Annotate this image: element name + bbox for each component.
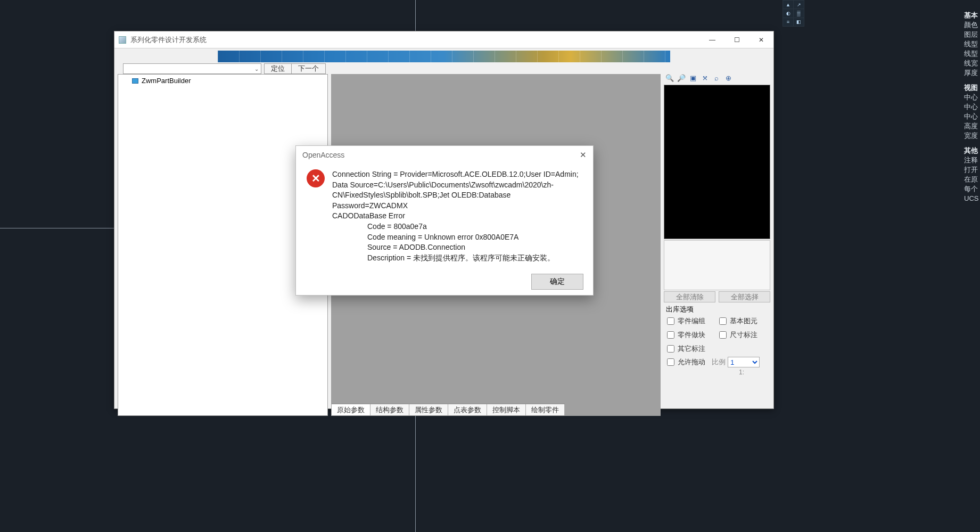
dialog-message: Connection String = Provider=Microsoft.A… (332, 169, 581, 263)
tree-root-label: ZwmPartBuilder (142, 77, 191, 85)
side-item[interactable]: 每个 (964, 184, 980, 194)
palette-cell-icon[interactable]: ◧ (794, 18, 804, 26)
side-group-header: 基本 (964, 11, 980, 20)
palette-cell-icon[interactable]: ▲ (783, 1, 793, 9)
check-other-annot[interactable]: 其它标注 (667, 344, 715, 354)
locate-button[interactable]: 定位 (264, 63, 292, 74)
path-combo[interactable]: ⌄ (123, 63, 261, 74)
tab-point-params[interactable]: 点表参数 (448, 404, 487, 415)
preview-toolbar: 🔍 🔎 ▣ ⤧ ⌕ ⊕ (664, 74, 770, 84)
properties-sidebar: 基本 颜色 图层 线型 线型 线宽 厚度 视图 中心 中心 中心 高度 宽度 其… (964, 5, 980, 203)
toolbar: ⌄ 定位 下一个 (114, 63, 773, 74)
tab-raw-params[interactable]: 原始参数 (332, 404, 370, 415)
check-part-group[interactable]: 零件编组 (667, 316, 715, 326)
tab-struct-params[interactable]: 结构参数 (370, 404, 409, 415)
dialog-titlebar[interactable]: OpenAccess ✕ (296, 146, 593, 164)
chevron-down-icon: ⌄ (254, 66, 259, 72)
app-icon (119, 36, 126, 44)
side-item[interactable]: 中心 (964, 112, 980, 121)
side-group-header: 视图 (964, 83, 980, 93)
check-allow-drag[interactable]: 允许拖动 (667, 357, 705, 367)
dialog-close-icon[interactable]: ✕ (580, 150, 587, 160)
folder-icon (132, 78, 138, 84)
minimize-button[interactable]: — (700, 31, 724, 48)
error-icon: ✕ (307, 169, 325, 187)
palette-cell-icon[interactable]: ◐ (783, 9, 793, 17)
side-item[interactable]: 高度 (964, 121, 980, 131)
side-item[interactable]: 线宽 (964, 59, 980, 68)
right-pane: 🔍 🔎 ▣ ⤧ ⌕ ⊕ 全部清除 全部选择 出库选项 零件编组 基本图元 零件做… (664, 74, 770, 416)
side-item[interactable]: 图层 (964, 30, 980, 39)
palette-cell-icon[interactable]: ▒ (794, 9, 804, 17)
viewport-crosshair-horizontal (0, 228, 114, 228)
side-item[interactable]: 颜色 (964, 20, 980, 30)
tool-palette: ▲ ↗ ◐ ▒ ≡ ◧ (783, 0, 804, 27)
tab-draw-part[interactable]: 绘制零件 (526, 404, 565, 415)
side-item[interactable]: 中心 (964, 102, 980, 112)
palette-cell-icon[interactable]: ≡ (783, 18, 793, 26)
palette-cell-icon[interactable]: ↗ (794, 1, 804, 9)
window-title: 系列化零件设计开发系统 (130, 35, 207, 45)
preview-viewport[interactable] (664, 85, 770, 239)
tab-ctrl-script[interactable]: 控制脚本 (487, 404, 526, 415)
check-dim-annot[interactable]: 尺寸标注 (719, 330, 767, 340)
ok-button[interactable]: 确定 (531, 274, 583, 290)
ratio-select[interactable]: 1 (728, 357, 760, 367)
tab-attr-params[interactable]: 属性参数 (409, 404, 448, 415)
error-dialog: OpenAccess ✕ ✕ Connection String = Provi… (295, 145, 594, 296)
ratio-display: 1: (715, 369, 768, 376)
side-item[interactable]: 注释 (964, 155, 980, 165)
fit-icon[interactable]: ▣ (688, 74, 698, 84)
clear-all-button[interactable]: 全部清除 (664, 291, 715, 302)
bottom-tabs: 原始参数 结构参数 属性参数 点表参数 控制脚本 绘制零件 (332, 404, 565, 415)
preview-list[interactable] (664, 240, 770, 290)
dialog-title: OpenAccess (302, 151, 344, 159)
header-banner (218, 51, 670, 62)
check-base-prim[interactable]: 基本图元 (719, 316, 767, 326)
zoom-window-icon[interactable]: ⌕ (712, 74, 721, 84)
maximize-button[interactable]: ☐ (724, 31, 749, 48)
tree-root[interactable]: ZwmPartBuilder (122, 77, 323, 85)
side-item[interactable]: 厚度 (964, 68, 980, 78)
titlebar[interactable]: 系列化零件设计开发系统 — ☐ ✕ (114, 31, 773, 48)
check-part-block[interactable]: 零件做块 (667, 330, 715, 340)
side-item[interactable]: 宽度 (964, 131, 980, 141)
side-item[interactable]: 在原 (964, 175, 980, 184)
out-options-label: 出库选项 (666, 305, 768, 314)
pan-icon[interactable]: ⤧ (700, 74, 710, 84)
zoom-out-icon[interactable]: 🔎 (677, 74, 686, 84)
side-item[interactable]: 线型 (964, 39, 980, 49)
close-button[interactable]: ✕ (749, 31, 773, 48)
side-item[interactable]: 中心 (964, 93, 980, 102)
side-item[interactable]: 打开 (964, 165, 980, 175)
side-item[interactable]: 线型 (964, 49, 980, 59)
zoom-extents-icon[interactable]: ⊕ (723, 74, 733, 84)
select-all-button[interactable]: 全部选择 (719, 291, 770, 302)
side-group-header: 其他 (964, 146, 980, 155)
side-item[interactable]: UCS (964, 194, 980, 203)
ratio-label: 比例 (712, 357, 726, 367)
zoom-in-icon[interactable]: 🔍 (665, 74, 674, 84)
next-button[interactable]: 下一个 (291, 63, 326, 74)
